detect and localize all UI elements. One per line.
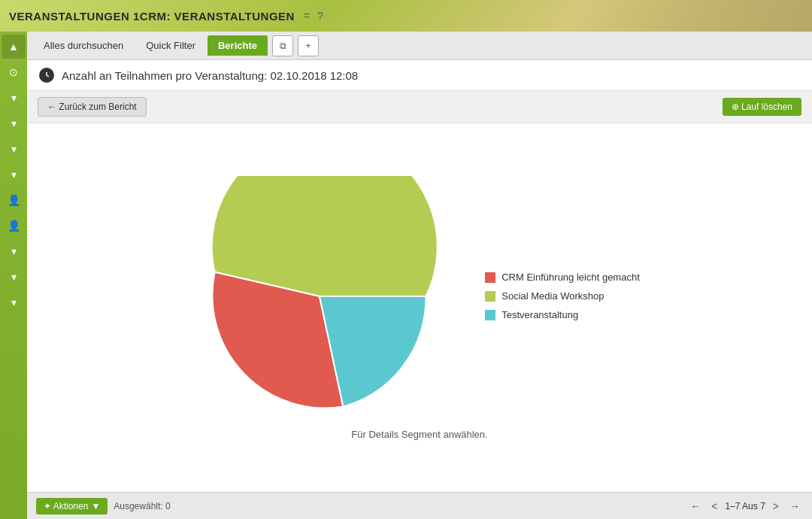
action-bar: ← Zurück zum Bericht ⊕ Lauf löschen	[27, 91, 812, 123]
bottom-left: ✦ Aktionen ▼ Ausgewählt: 0	[36, 498, 171, 514]
legend-label-social: Social Media Workshop	[501, 290, 604, 302]
pagination-first[interactable]: ←	[687, 499, 704, 514]
tab-add-icon[interactable]: +	[298, 35, 319, 56]
legend-label-crm: CRM Einführung leicht gemacht	[501, 272, 640, 283]
pagination-range: 1–7 Aus 7	[725, 501, 765, 511]
sidebar-item-4[interactable]: ▾	[2, 137, 26, 161]
tab-alles[interactable]: Alles durchsuchen	[33, 35, 134, 56]
chart-area: CRM Einführung leicht gemacht Social Med…	[27, 123, 812, 492]
menu-icon[interactable]: =	[304, 10, 310, 22]
main-layout: ▲ ⊙ ▾ ▾ ▾ ▾ 👤 👤 ▾ ▾ ▾ Alles durchsuchen …	[0, 32, 812, 519]
legend-item-social: Social Media Workshop	[485, 290, 640, 302]
tab-copy-icon[interactable]: ⧉	[272, 35, 293, 56]
pagination-last[interactable]: →	[786, 499, 803, 514]
header-title: VERANSTALTUNGEN 1CRM: VERANSTALTUNGEN	[9, 10, 295, 23]
pagination-next[interactable]: >	[770, 499, 782, 514]
sidebar-item-user2[interactable]: 👤	[2, 214, 26, 238]
header-title-plain: VERANSTALTUNGEN	[9, 10, 129, 23]
pagination: ← < 1–7 Aus 7 > →	[687, 499, 803, 514]
aktionen-button[interactable]: ✦ Aktionen ▼	[36, 498, 108, 514]
legend-color-crm	[485, 272, 495, 283]
legend-label-test: Testveranstaltung	[501, 309, 578, 320]
aktionen-label: ✦ Aktionen	[44, 501, 88, 511]
top-header: VERANSTALTUNGEN 1CRM: VERANSTALTUNGEN = …	[0, 0, 812, 32]
sidebar-item-7[interactable]: ▾	[2, 265, 26, 289]
help-icon[interactable]: ?	[317, 10, 323, 22]
page-header: Anzahl an Teilnahmen pro Veranstaltung: …	[27, 60, 812, 91]
header-icons: = ?	[304, 10, 323, 22]
legend-item-crm: CRM Einführung leicht gemacht	[485, 272, 640, 283]
chart-hint: Für Details Segment anwählen.	[351, 429, 487, 440]
legend-item-test: Testveranstaltung	[485, 309, 640, 320]
legend-color-test	[485, 310, 495, 320]
sidebar-item-1[interactable]: ⊙	[2, 60, 26, 84]
segment-social[interactable]	[212, 176, 438, 296]
sidebar-item-6[interactable]: ▾	[2, 239, 26, 263]
tab-bar: Alles durchsuchen Quick Filter Berichte …	[27, 32, 812, 60]
pie-chart-wrapper	[199, 176, 440, 417]
bottom-bar: ✦ Aktionen ▼ Ausgewählt: 0 ← < 1–7 Aus 7…	[27, 492, 812, 519]
sidebar: ▲ ⊙ ▾ ▾ ▾ ▾ 👤 👤 ▾ ▾ ▾	[0, 32, 27, 519]
sidebar-item-3[interactable]: ▾	[2, 111, 26, 135]
aktionen-dropdown-icon: ▼	[91, 501, 100, 511]
delete-run-button[interactable]: ⊕ Lauf löschen	[723, 98, 801, 116]
tab-berichte[interactable]: Berichte	[208, 35, 268, 56]
chart-legend: CRM Einführung leicht gemacht Social Med…	[485, 272, 640, 320]
legend-color-social	[485, 291, 495, 302]
pie-chart[interactable]	[199, 176, 440, 417]
sidebar-item-2[interactable]: ▾	[2, 86, 26, 110]
header-title-bold: 1CRM: VERANSTALTUNGEN	[133, 10, 295, 23]
sidebar-item-5[interactable]: ▾	[2, 162, 26, 187]
sidebar-item-user1[interactable]: 👤	[2, 188, 26, 212]
chart-container: CRM Einführung leicht gemacht Social Med…	[42, 176, 797, 417]
selected-count: Ausgewählt: 0	[114, 501, 170, 511]
tab-quick-filter[interactable]: Quick Filter	[135, 35, 206, 56]
back-button[interactable]: ← Zurück zum Bericht	[38, 97, 147, 117]
page-header-icon	[39, 68, 54, 83]
sidebar-item-8[interactable]: ▾	[2, 290, 26, 314]
page-title: Anzahl an Teilnahmen pro Veranstaltung: …	[62, 69, 358, 82]
pagination-prev[interactable]: <	[708, 499, 720, 514]
content-area: Alles durchsuchen Quick Filter Berichte …	[27, 32, 812, 519]
sidebar-item-0[interactable]: ▲	[2, 35, 26, 59]
